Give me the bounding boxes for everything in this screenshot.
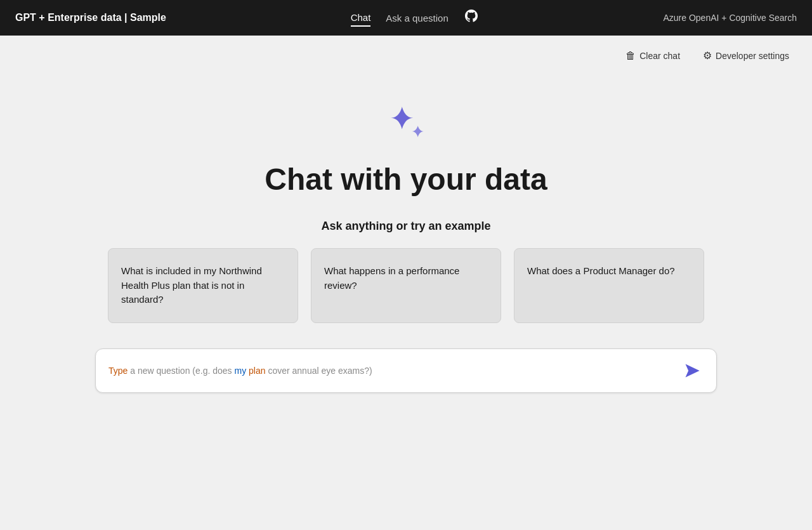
developer-settings-button[interactable]: ⚙ Developer settings (698, 47, 794, 64)
trash-icon: 🗑 (625, 50, 636, 62)
input-placeholder-display: Type a new question (e.g. does my plan c… (108, 366, 681, 376)
main-content: Chat with your data Ask anything or try … (0, 76, 812, 530)
example-cards: What is included in my Northwind Health … (95, 248, 717, 323)
send-button[interactable] (681, 359, 704, 382)
toolbar: 🗑 Clear chat ⚙ Developer settings (0, 36, 812, 76)
clear-chat-button[interactable]: 🗑 Clear chat (620, 48, 685, 64)
sparkle-container (381, 101, 431, 152)
nav-right-label: Azure OpenAI + Cognitive Search (663, 13, 797, 23)
chat-input-area: Type a new question (e.g. does my plan c… (95, 348, 717, 393)
sparkle-icon (381, 101, 431, 152)
placeholder-text-3: cover annual eye exams?) (268, 366, 372, 376)
nav-ask-link[interactable]: Ask a question (386, 13, 448, 23)
github-icon[interactable] (464, 8, 479, 27)
example-card-3[interactable]: What does a Product Manager do? (514, 248, 704, 323)
nav-chat-link[interactable]: Chat (351, 10, 371, 27)
placeholder-my: my (234, 366, 246, 376)
send-icon (683, 362, 701, 380)
main-heading: Chat with your data (265, 162, 547, 197)
example-card-2[interactable]: What happens in a performance review? (311, 248, 501, 323)
placeholder-plan: plan (249, 366, 265, 376)
gear-icon: ⚙ (703, 50, 712, 62)
placeholder-type: Type (108, 366, 128, 376)
developer-settings-label: Developer settings (716, 51, 789, 61)
navbar: GPT + Enterprise data | Sample Chat Ask … (0, 0, 812, 36)
brand-title: GPT + Enterprise data | Sample (15, 12, 166, 23)
placeholder-text-1: a new question (e.g. does (130, 366, 234, 376)
clear-chat-label: Clear chat (639, 51, 680, 61)
example-card-1[interactable]: What is included in my Northwind Health … (108, 248, 298, 323)
nav-links: Chat Ask a question (351, 8, 479, 27)
sub-heading: Ask anything or try an example (321, 220, 490, 233)
